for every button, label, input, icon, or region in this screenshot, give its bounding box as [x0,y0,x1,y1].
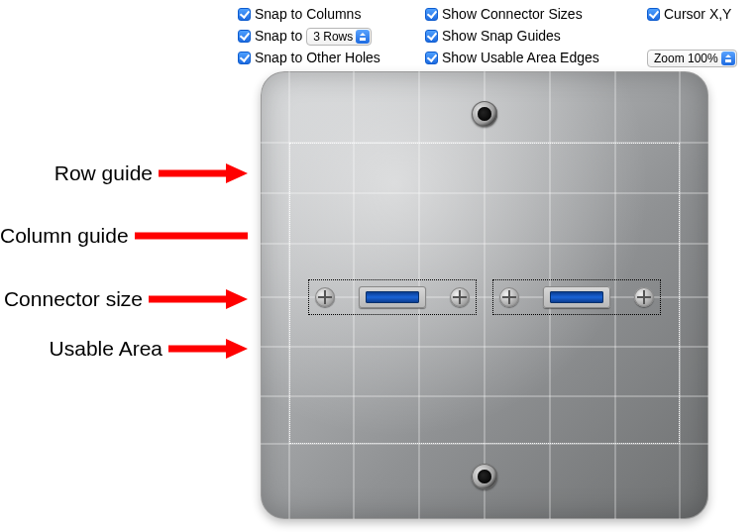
show-connector-sizes-checkbox[interactable]: Show Connector Sizes [425,6,643,22]
snap-to-label: Snap to [255,28,302,44]
show-usable-area-edges-checkbox[interactable]: Show Usable Area Edges [425,50,643,65]
annotation-label: Row guide [54,161,153,185]
connector-outline-right[interactable] [492,279,661,315]
snap-to-rows-checkbox[interactable]: Snap to 3 Rows [238,28,421,44]
mounting-hole-top [472,101,497,127]
usb-port-icon [359,286,426,308]
cursor-xy-label: Cursor X,Y [664,6,731,22]
svg-marker-21 [226,339,248,359]
annotation-column-guide: Column guide [0,223,248,249]
snap-to-other-holes-label: Snap to Other Holes [255,50,380,65]
usb-port-icon [543,286,610,308]
zoom-select-wrap: Zoom 100% [647,50,750,65]
svg-marker-15 [226,163,248,183]
zoom-select[interactable]: Zoom 100% [647,50,737,65]
checkbox-icon [425,8,438,21]
cursor-xy-checkbox[interactable]: Cursor X,Y [647,6,750,22]
show-snap-guides-label: Show Snap Guides [442,28,561,44]
checkbox-icon [647,8,660,21]
screw-icon [315,287,335,307]
screw-icon [499,287,519,307]
annotation-usable-area: Usable Area [0,336,248,362]
checkbox-icon [238,52,251,64]
snap-to-other-holes-checkbox[interactable]: Snap to Other Holes [238,50,421,65]
svg-marker-19 [226,289,248,309]
snap-to-columns-checkbox[interactable]: Snap to Columns [238,6,421,22]
screw-icon [634,287,654,307]
show-usable-area-edges-label: Show Usable Area Edges [442,50,599,65]
arrow-icon [168,336,248,362]
screw-icon [450,287,470,307]
annotation-label: Usable Area [50,337,162,361]
mounting-hole-bottom [472,464,497,489]
checkbox-icon [425,30,438,43]
connector-outline-left[interactable] [308,279,477,315]
arrow-icon [135,223,248,249]
arrow-icon [159,160,248,186]
rows-select[interactable]: 3 Rows [306,28,372,44]
checkbox-icon [238,30,251,43]
rows-select-value: 3 Rows [306,28,372,46]
annotation-label: Connector size [4,287,143,311]
annotation-label: Column guide [0,224,129,248]
zoom-select-value: Zoom 100% [647,50,737,67]
show-snap-guides-checkbox[interactable]: Show Snap Guides [425,28,643,44]
show-connector-sizes-label: Show Connector Sizes [442,6,583,22]
options-toolbar: Snap to Columns Snap to 3 Rows Snap to O… [238,0,750,67]
annotation-row-guide: Row guide [0,160,248,186]
wall-plate-canvas[interactable] [261,71,708,519]
snap-to-columns-label: Snap to Columns [255,6,361,22]
arrow-icon [149,286,248,312]
checkbox-icon [425,52,438,64]
checkbox-icon [238,8,251,21]
annotation-connector-size: Connector size [0,286,248,312]
